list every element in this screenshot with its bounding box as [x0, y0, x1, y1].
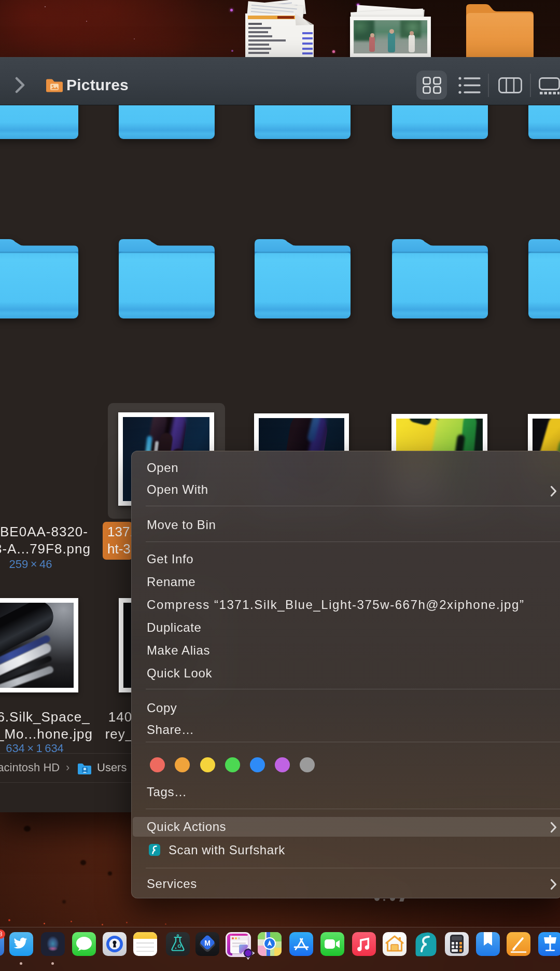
svg-text:M: M [204, 939, 211, 947]
